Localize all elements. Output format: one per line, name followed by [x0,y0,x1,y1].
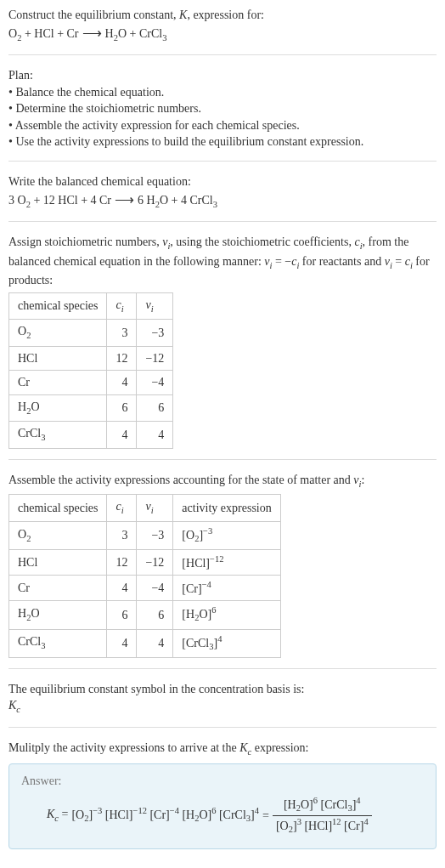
activity-table: chemical species ci νi activity expressi… [8,494,281,657]
subscript: 3 [213,199,217,208]
species-cell: CrCl3 [9,629,107,657]
coef: 3 [8,194,18,207]
text: Cr [18,582,30,594]
text: O [31,400,39,413]
superscript: −4 [170,806,179,815]
answer-box: Answer: Kc = [O2]−3 [HCl]−12 [Cr]−4 [H2O… [8,763,437,849]
text: for reactants and [299,255,384,268]
text: H [18,400,26,413]
text: [O [182,528,194,541]
species-cell: H2O [9,601,107,629]
plus: + [78,194,91,207]
species: HCl [58,194,77,207]
species: H [147,194,155,207]
table-row: H2O 6 6 [9,394,173,421]
species: Cr [99,194,111,207]
stoich-table: chemical species ci νi O2 3 −3 HCl 12 −1… [8,292,173,449]
var: K [47,808,54,820]
text: H [18,607,26,620]
species: O [18,194,26,207]
superscript: 6 [211,806,216,815]
text: HCl [18,556,37,569]
species: O [160,194,168,207]
unbalanced-equation: O2 + HCl + Cr ⟶ H2O + CrCl3 [8,24,437,44]
kc-expression: Kc = [O2]−3 [HCl]−12 [Cr]−4 [H2O]6 [CrCl… [21,795,424,837]
text: Cr [18,376,30,389]
balanced-equation: 3 O2 + 12 HCl + 4 Cr ⟶ 6 H2O + 4 CrCl3 [8,190,437,211]
subscript: c [16,705,20,714]
text: [HCl] [105,808,133,821]
nui-cell: −12 [137,549,173,575]
species-cell: H2O [9,394,107,421]
superscript: 4 [356,796,360,805]
nui-cell: −4 [137,371,173,395]
superscript: −3 [203,526,212,536]
final-section: Mulitply the activity expressions to arr… [8,740,437,849]
table-row: O2 3 −3 [O2]−3 [9,521,281,549]
plan-heading: Plan: [8,67,437,84]
coef: 12 [43,194,59,207]
product-terms: [O2]−3 [HCl]−12 [Cr]−4 [H2O]6 [CrCl3]4 [71,805,259,825]
subscript: 3 [41,433,45,442]
text: [Cr [182,582,198,595]
col-species: chemical species [9,495,107,521]
var-K: K [8,699,16,712]
text: [H [182,808,194,821]
superscript: 4 [363,817,368,826]
final-heading: Mulitply the activity expressions to arr… [8,740,437,758]
nui-cell: −12 [137,346,173,371]
nui-cell: 4 [137,629,173,657]
table-row: CrCl3 4 4 [9,422,173,448]
plan-section: Plan: • Balance the chemical equation. •… [8,67,437,162]
superscript: −12 [132,806,146,815]
species-cell: O2 [9,320,107,346]
ci-cell: 4 [107,371,137,395]
coef: 4 [91,194,100,207]
subscript: 2 [26,533,31,542]
table-row: HCl 12 −12 [HCl]−12 [9,549,281,575]
species: O [118,27,127,40]
text: = [392,255,405,268]
table-header-row: chemical species ci νi activity expressi… [9,495,281,521]
coef: 6 [138,194,147,207]
activity-cell: [HCl]−12 [173,549,280,575]
plus: + [127,27,139,40]
text: expression: [251,741,308,754]
plus: + [54,27,67,40]
ci-cell: 4 [107,629,137,657]
species: HCl [34,27,54,40]
text: [HCl [182,557,206,570]
plan-bullet: • Use the activity expressions to build … [8,133,437,150]
superscript: 4 [217,634,222,644]
balanced-heading: Write the balanced chemical equation: [8,173,437,190]
species-cell: Cr [9,576,107,601]
arrow-icon: ⟶ [111,192,138,207]
nui-cell: 4 [137,422,173,448]
species: CrCl [189,194,212,207]
text: Assign stoichiometric numbers, [8,235,162,248]
ci-cell: 4 [107,422,137,448]
text: [CrCl [318,798,347,811]
species: CrCl [139,27,162,40]
subscript: i [151,304,154,313]
text: O [18,528,26,541]
table-row: HCl 12 −12 [9,346,173,371]
answer-label: Answer: [21,773,424,790]
table-row: O2 3 −3 [9,320,173,346]
species-cell: HCl [9,549,107,575]
text: , expression for: [187,9,264,21]
eq: = [262,808,269,825]
activity-heading: Assemble the activity expressions accoun… [8,472,437,491]
text: : [361,474,364,486]
subscript: i [121,506,124,515]
col-ci: ci [107,495,137,521]
ci-cell: 6 [107,601,137,629]
species-cell: CrCl3 [9,422,107,448]
ci-cell: 6 [107,394,137,421]
superscript: −3 [93,806,102,815]
superscript: 12 [332,817,341,826]
text: Mulitply the activity expressions to arr… [8,741,239,754]
species-cell: Cr [9,371,107,395]
ci-cell: 12 [107,549,137,575]
text: O [18,325,26,338]
